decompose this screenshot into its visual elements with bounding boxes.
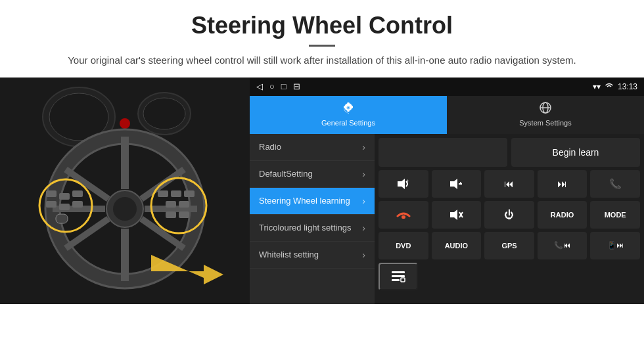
control-grid-row3: DVD AUDIO GPS 📞⏮ 📱⏭ xyxy=(379,232,640,259)
nav-cast-btn[interactable]: ⊟ xyxy=(293,81,300,91)
hang-up-button[interactable] xyxy=(379,201,428,229)
menu-item-steeringwheel[interactable]: Steering Wheel learning › xyxy=(250,188,375,215)
svg-rect-24 xyxy=(59,204,70,210)
next-track-button[interactable]: ⏭ xyxy=(538,170,587,198)
tab-general-settings[interactable]: General Settings xyxy=(250,96,447,134)
content-area: ◁ ○ □ ⊟ ▾▾ 13:13 General Settings xyxy=(0,78,644,304)
svg-rect-26 xyxy=(72,201,83,208)
menu-item-radio[interactable]: Radio › xyxy=(250,134,375,161)
svg-marker-41 xyxy=(450,179,457,189)
svg-rect-23 xyxy=(59,193,70,200)
svg-rect-21 xyxy=(46,190,57,197)
svg-rect-31 xyxy=(166,201,176,208)
svg-rect-44 xyxy=(402,215,405,219)
left-menu: Radio › DefaultSetting › Steering Wheel … xyxy=(250,134,375,304)
svg-rect-29 xyxy=(171,190,181,197)
svg-rect-48 xyxy=(392,271,405,273)
svg-point-4 xyxy=(143,98,185,129)
svg-rect-34 xyxy=(179,211,189,218)
gear-icon xyxy=(342,101,355,118)
svg-rect-49 xyxy=(392,275,405,277)
chevron-icon: › xyxy=(362,223,365,233)
nav-home-btn[interactable]: ○ xyxy=(269,81,275,91)
steering-wheel-svg xyxy=(0,78,250,304)
status-bar: ◁ ○ □ ⊟ ▾▾ 13:13 xyxy=(250,78,644,96)
svg-marker-39 xyxy=(398,179,405,189)
right-control-panel: Begin learn + ⏮ ⏭ 📞 xyxy=(375,134,644,304)
svg-rect-50 xyxy=(392,279,400,281)
nav-recent-btn[interactable]: □ xyxy=(281,81,287,91)
wifi-icon xyxy=(605,82,614,91)
gps-button[interactable]: GPS xyxy=(484,232,534,259)
chevron-icon: › xyxy=(362,169,365,179)
header-section: Steering Wheel Control Your original car… xyxy=(0,0,644,78)
page-title: Steering Wheel Control xyxy=(39,12,605,39)
nav-back-btn[interactable]: ◁ xyxy=(256,81,263,91)
svg-rect-22 xyxy=(46,201,57,208)
svg-rect-30 xyxy=(184,190,195,197)
prev-track-button[interactable]: ⏮ xyxy=(484,170,534,198)
control-grid-row1: + ⏮ ⏭ 📞 xyxy=(379,170,640,198)
svg-rect-25 xyxy=(72,190,83,197)
extra-row xyxy=(379,263,640,290)
globe-icon xyxy=(539,101,552,118)
svg-point-5 xyxy=(120,118,130,129)
menu-item-defaultsetting[interactable]: DefaultSetting › xyxy=(250,161,375,188)
control-grid-row2: ⏻ RADIO MODE xyxy=(379,201,640,229)
tab-system-settings[interactable]: System Settings xyxy=(447,96,644,134)
steering-wheel-image xyxy=(0,78,250,304)
chevron-icon: › xyxy=(362,250,365,260)
chevron-icon: › xyxy=(362,196,365,206)
phone-next-button[interactable]: 📱⏭ xyxy=(590,232,640,259)
menu-item-tricoloured[interactable]: Tricoloured light settings › xyxy=(250,215,375,242)
svg-rect-32 xyxy=(179,201,189,208)
svg-text:+: + xyxy=(406,178,409,184)
svg-marker-45 xyxy=(450,210,457,220)
tab-general-label: General Settings xyxy=(321,119,375,127)
svg-rect-28 xyxy=(158,190,168,197)
tab-bar: General Settings System Settings xyxy=(250,96,644,134)
dvd-button[interactable]: DVD xyxy=(379,232,428,259)
svg-rect-33 xyxy=(166,211,176,218)
svg-rect-51 xyxy=(401,278,405,282)
android-ui-panel: ◁ ○ □ ⊟ ▾▾ 13:13 General Settings xyxy=(250,78,644,304)
menu-icon-button[interactable] xyxy=(379,263,418,290)
mute-button[interactable] xyxy=(432,201,482,229)
begin-learn-button[interactable]: Begin learn xyxy=(511,138,640,167)
mode-button[interactable]: MODE xyxy=(590,201,640,229)
vol-down-button[interactable] xyxy=(432,170,482,198)
chevron-icon: › xyxy=(362,142,365,152)
title-divider xyxy=(309,45,335,47)
vol-up-button[interactable]: + xyxy=(379,170,428,198)
empty-input-box xyxy=(379,138,507,167)
signal-icon: ▾▾ xyxy=(593,82,601,91)
menu-item-whitelist[interactable]: Whitelist setting › xyxy=(250,242,375,269)
nav-buttons: ◁ ○ □ ⊟ xyxy=(256,81,300,91)
clock: 13:13 xyxy=(618,82,637,91)
status-indicators: ▾▾ 13:13 xyxy=(593,82,637,91)
audio-button[interactable]: AUDIO xyxy=(432,232,482,259)
svg-rect-27 xyxy=(56,214,68,223)
page-subtitle: Your original car's steering wheel contr… xyxy=(39,53,605,68)
radio-button[interactable]: RADIO xyxy=(538,201,587,229)
phone-prev-button[interactable]: 📞⏮ xyxy=(538,232,587,259)
main-panel: Radio › DefaultSetting › Steering Wheel … xyxy=(250,134,644,304)
tab-system-label: System Settings xyxy=(519,119,571,127)
call-button[interactable]: 📞 xyxy=(590,170,640,198)
begin-learn-row: Begin learn xyxy=(379,138,640,167)
svg-point-18 xyxy=(113,197,137,221)
power-button[interactable]: ⏻ xyxy=(484,201,534,229)
